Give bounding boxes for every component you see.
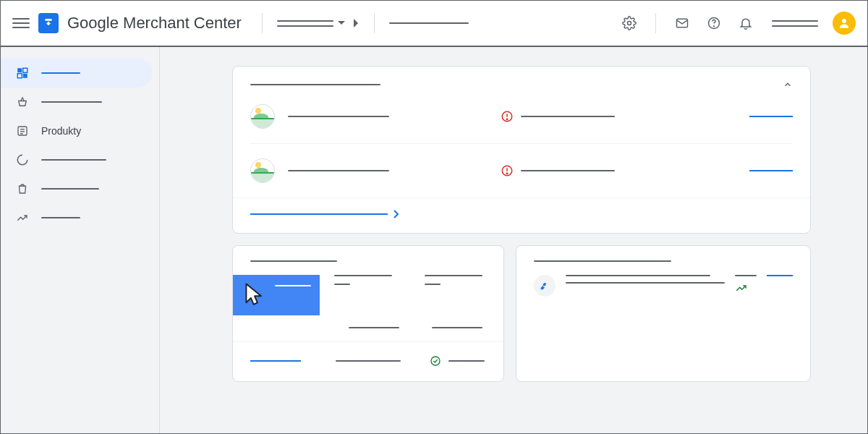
- recommendation-link[interactable]: [767, 275, 793, 276]
- svg-point-0: [628, 22, 631, 25]
- chevron-right-icon: [393, 210, 399, 218]
- sidebar-item-label: Produkty: [41, 125, 81, 137]
- app-title: Google Merchant Center: [67, 14, 242, 33]
- divider: [262, 13, 263, 33]
- wrench-icon: [534, 275, 556, 297]
- metric-block: [349, 327, 403, 328]
- notifications-button[interactable]: [734, 12, 757, 35]
- card-title: [250, 260, 337, 262]
- status-text: [521, 170, 615, 171]
- status-row: [250, 143, 793, 197]
- chevron-up-icon: [783, 80, 793, 90]
- status-text: [521, 116, 615, 117]
- collapse-button[interactable]: [783, 80, 793, 90]
- bottom-status: [430, 355, 486, 367]
- metric-value: [425, 284, 441, 285]
- metric-value: [334, 284, 350, 285]
- sidebar-item-tasks[interactable]: [1, 88, 159, 116]
- svg-rect-6: [23, 68, 27, 72]
- metric-label: [349, 327, 399, 328]
- bag-icon: [15, 182, 30, 196]
- divider: [655, 13, 656, 33]
- app-logo: [38, 13, 59, 33]
- card-title: [250, 84, 380, 85]
- svg-point-18: [506, 173, 508, 174]
- sidebar-item-label: [41, 101, 102, 103]
- settings-button[interactable]: [618, 12, 641, 35]
- sidebar-nav: Produkty: [1, 47, 160, 433]
- card-title: [534, 260, 671, 262]
- product-thumbnail: [250, 104, 275, 129]
- svg-rect-7: [17, 74, 22, 78]
- metrics-card: [232, 245, 504, 382]
- mail-button[interactable]: [671, 12, 694, 35]
- metric-block: [425, 275, 486, 285]
- trend-icon: [15, 210, 30, 225]
- list-icon: [15, 124, 30, 138]
- app-header: Google Merchant Center: [1, 1, 867, 47]
- bottom-text: [336, 360, 401, 362]
- row-title: [288, 116, 389, 117]
- error-icon: [501, 164, 514, 177]
- highlighted-metric-tile[interactable]: [233, 275, 320, 315]
- bottom-link[interactable]: [250, 360, 307, 362]
- svg-point-3: [714, 26, 715, 27]
- cursor-icon: [243, 282, 266, 308]
- metric-label: [432, 327, 482, 328]
- caret-down-icon: [338, 21, 345, 25]
- trend-up-icon: [735, 284, 748, 292]
- sidebar-item-label: [41, 159, 106, 161]
- search-area[interactable]: [389, 22, 469, 24]
- sidebar-item-marketing[interactable]: [1, 174, 159, 203]
- person-icon: [838, 17, 851, 30]
- view-all-link[interactable]: [233, 197, 810, 233]
- dashboard-icon: [15, 66, 30, 80]
- recommendations-card: [516, 245, 811, 382]
- metric-block: [432, 327, 486, 328]
- recommendation-text: [566, 275, 725, 289]
- help-icon: [707, 16, 721, 30]
- svg-point-19: [431, 357, 440, 365]
- svg-rect-5: [17, 68, 22, 72]
- help-button[interactable]: [702, 12, 726, 35]
- product-thumbnail: [250, 158, 275, 183]
- metric-label: [425, 275, 482, 276]
- sidebar-item-performance[interactable]: [1, 145, 159, 174]
- account-selector[interactable]: [277, 19, 359, 27]
- trend-block: [735, 275, 757, 292]
- spinner-icon: [15, 153, 30, 167]
- sidebar-item-overview[interactable]: [1, 59, 152, 88]
- metric-label: [334, 275, 392, 276]
- row-title: [288, 170, 389, 171]
- svg-point-4: [842, 19, 846, 23]
- sidebar-item-label: [41, 188, 99, 190]
- svg-rect-8: [23, 74, 27, 78]
- basket-icon: [15, 95, 30, 109]
- gear-icon: [622, 16, 637, 30]
- status-row: [233, 90, 810, 143]
- svg-point-15: [506, 119, 508, 120]
- row-action-link[interactable]: [749, 170, 793, 171]
- user-info: [772, 20, 818, 27]
- sidebar-item-label: [41, 72, 80, 74]
- sidebar-item-label: [41, 217, 80, 218]
- check-circle-icon: [430, 355, 441, 367]
- error-icon: [501, 110, 514, 123]
- metric-block: [334, 275, 396, 285]
- row-action-link[interactable]: [749, 116, 793, 117]
- divider: [374, 13, 375, 33]
- sidebar-item-growth[interactable]: [1, 203, 159, 232]
- sidebar-item-products[interactable]: Produkty: [1, 116, 159, 145]
- status-card: [232, 66, 811, 234]
- bell-icon: [739, 16, 753, 30]
- mail-icon: [675, 16, 689, 30]
- menu-button[interactable]: [12, 14, 30, 32]
- main-content: [160, 47, 867, 433]
- user-avatar[interactable]: [833, 12, 856, 35]
- chevron-right-icon: [354, 19, 359, 27]
